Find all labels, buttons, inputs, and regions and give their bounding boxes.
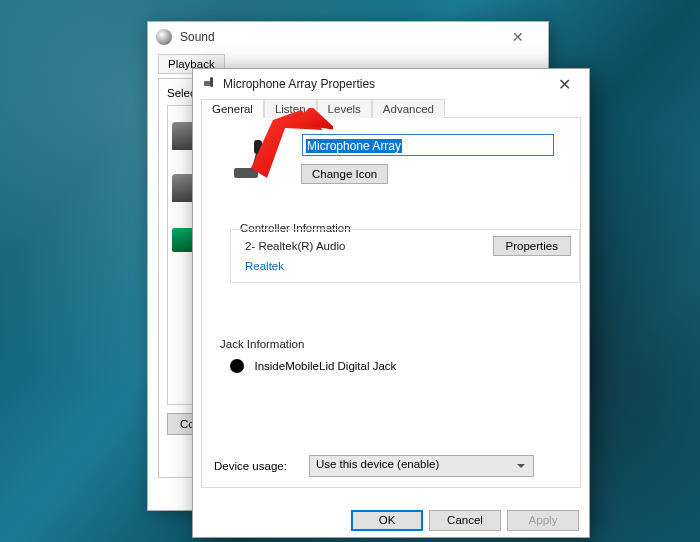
vendor-link[interactable]: Realtek — [245, 260, 569, 272]
device-usage-row: Device usage: Use this device (enable) — [214, 455, 534, 477]
jack-info-group: Jack Information InsideMobileLid Digital… — [214, 338, 568, 374]
close-icon[interactable]: ✕ — [542, 70, 587, 98]
sound-title: Sound — [180, 30, 495, 44]
controller-info-group: Controller Information 2- Realtek(R) Aud… — [230, 218, 580, 283]
apply-button[interactable]: Apply — [507, 510, 579, 531]
properties-title: Microphone Array Properties — [223, 77, 542, 91]
tab-general[interactable]: General — [201, 99, 264, 118]
properties-footer: OK Cancel Apply — [193, 503, 589, 537]
device-usage-value: Use this device (enable) — [316, 458, 439, 470]
tab-levels[interactable]: Levels — [317, 99, 372, 118]
jack-info-label: Jack Information — [220, 338, 568, 350]
speaker-icon — [156, 29, 172, 45]
properties-window: Microphone Array Properties ✕ General Li… — [192, 68, 590, 538]
close-icon[interactable]: ✕ — [495, 23, 540, 51]
cancel-button[interactable]: Cancel — [429, 510, 501, 531]
device-usage-label: Device usage: — [214, 460, 287, 472]
tab-advanced[interactable]: Advanced — [372, 99, 445, 118]
jack-name: InsideMobileLid Digital Jack — [254, 360, 396, 372]
device-name-input[interactable]: Microphone Array — [302, 134, 554, 156]
configure-button[interactable]: Configure — [167, 413, 193, 435]
general-panel: Microphone Array Change Icon Controller … — [201, 118, 581, 488]
properties-titlebar[interactable]: Microphone Array Properties ✕ — [193, 69, 589, 99]
properties-button[interactable]: Properties — [493, 236, 571, 256]
ok-button[interactable]: OK — [351, 510, 423, 531]
microphone-device-icon — [230, 138, 270, 182]
change-icon-button[interactable]: Change Icon — [301, 164, 388, 184]
sound-titlebar[interactable]: Sound ✕ — [148, 22, 548, 52]
jack-color-icon — [230, 359, 244, 373]
microphone-icon — [201, 76, 217, 92]
device-name-text: Microphone Array — [306, 139, 402, 153]
properties-tabs: General Listen Levels Advanced — [201, 99, 581, 118]
device-usage-select[interactable]: Use this device (enable) — [309, 455, 534, 477]
tab-listen[interactable]: Listen — [264, 99, 317, 118]
